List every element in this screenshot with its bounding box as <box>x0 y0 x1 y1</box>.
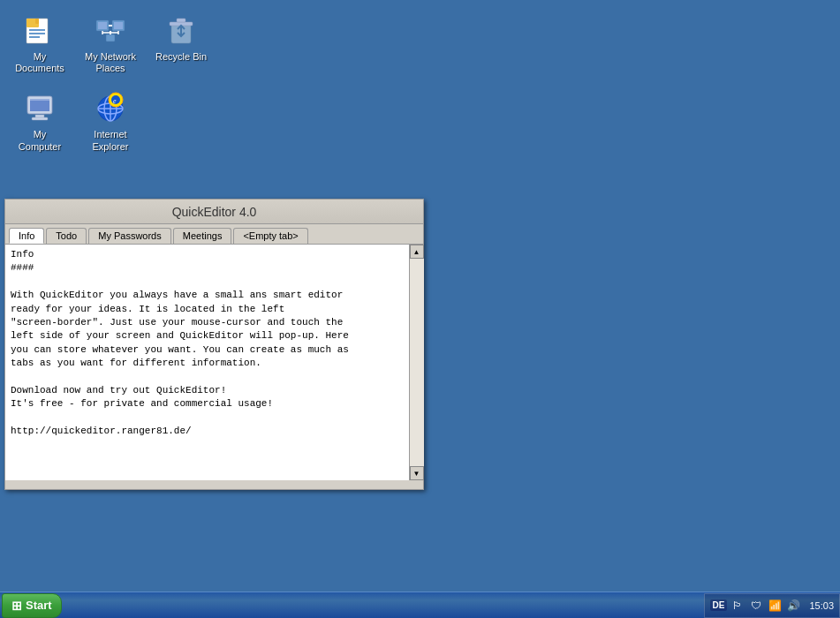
flag-icon: 🏳 <box>730 598 745 614</box>
desktop-icon-my-network-places[interactable]: My Network Places <box>79 9 141 78</box>
my-network-places-label: My Network Places <box>83 51 138 74</box>
svg-rect-18 <box>177 19 185 22</box>
quickeditor-content-area: Info #### With QuickEditor you always ha… <box>5 245 423 480</box>
svg-rect-9 <box>114 22 123 29</box>
my-documents-label: My Documents <box>12 51 67 74</box>
system-tray: DE 🏳 🛡 📶 🔊 15:03 <box>704 593 840 618</box>
volume-icon: 🔊 <box>785 598 801 614</box>
tab-empty[interactable]: <Empty tab> <box>233 228 307 244</box>
recycle-bin-icon <box>163 12 199 48</box>
my-computer-icon <box>22 90 57 125</box>
clock: 15:03 <box>804 600 834 611</box>
internet-explorer-label: Internet Explorer <box>83 129 138 152</box>
svg-rect-5 <box>29 36 40 38</box>
svg-rect-7 <box>98 22 107 29</box>
my-network-places-icon <box>93 12 128 48</box>
desktop: My Documents <box>0 0 840 618</box>
quickeditor-window: QuickEditor 4.0 Info Todo My Passwords M… <box>4 199 424 490</box>
quickeditor-text[interactable]: Info #### With QuickEditor you always ha… <box>5 245 409 480</box>
scrollbar-track[interactable] <box>410 259 424 466</box>
internet-explorer-icon: e <box>93 90 128 125</box>
my-documents-icon <box>22 12 57 48</box>
tab-my-passwords[interactable]: My Passwords <box>88 228 171 244</box>
desktop-icon-my-documents[interactable]: My Documents <box>9 9 71 78</box>
start-button[interactable]: ⊞ Start <box>2 593 62 618</box>
quickeditor-title: QuickEditor 4.0 <box>172 205 257 219</box>
language-indicator: DE <box>710 599 728 611</box>
svg-rect-4 <box>29 33 45 34</box>
svg-text:e: e <box>113 97 117 105</box>
taskbar: ⊞ Start DE 🏳 🛡 📶 🔊 15:03 <box>0 592 840 618</box>
windows-logo: ⊞ <box>11 599 22 613</box>
quickeditor-scrollbar[interactable]: ▲ ▼ <box>409 245 423 480</box>
network-tray-icon: 📶 <box>767 598 783 614</box>
start-label: Start <box>26 599 52 612</box>
tab-meetings[interactable]: Meetings <box>173 228 232 244</box>
desktop-icon-recycle-bin[interactable]: Recycle Bin <box>150 9 212 78</box>
svg-rect-2 <box>35 19 39 24</box>
desktop-icon-my-computer[interactable]: My Computer <box>9 87 71 155</box>
desktop-icon-internet-explorer[interactable]: e Internet Explorer <box>79 87 141 155</box>
scrollbar-up-button[interactable]: ▲ <box>410 245 424 259</box>
my-computer-label: My Computer <box>12 129 67 152</box>
tab-todo[interactable]: Todo <box>46 228 87 244</box>
taskbar-middle <box>67 593 700 618</box>
svg-rect-3 <box>29 29 45 31</box>
svg-rect-23 <box>32 117 48 120</box>
svg-rect-21 <box>30 99 49 111</box>
recycle-bin-label: Recycle Bin <box>155 51 207 63</box>
svg-rect-11 <box>106 34 115 41</box>
security-icon: 🛡 <box>748 598 764 614</box>
tab-info[interactable]: Info <box>9 228 44 244</box>
scrollbar-down-button[interactable]: ▼ <box>410 466 424 480</box>
quickeditor-tabs: Info Todo My Passwords Meetings <Empty t… <box>5 224 423 245</box>
svg-rect-24 <box>30 99 49 101</box>
quickeditor-titlebar: QuickEditor 4.0 <box>5 200 423 224</box>
